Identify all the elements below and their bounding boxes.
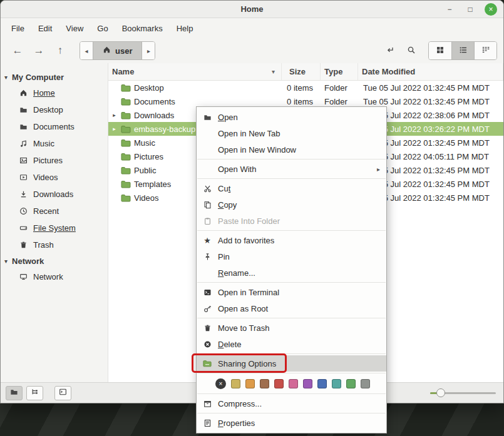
breadcrumb-user-button[interactable]: user bbox=[93, 42, 142, 59]
menu-item-label: Move to Trash bbox=[218, 323, 380, 333]
menu-item-add-to-favorites[interactable]: ★Add to favorites bbox=[197, 232, 386, 248]
sidebar-item-videos[interactable]: Videos bbox=[1, 169, 108, 186]
menu-item-open-as-root[interactable]: Open as Root bbox=[197, 300, 386, 317]
column-header-name[interactable]: Name ▾ bbox=[108, 63, 282, 80]
color-swatch-5[interactable] bbox=[303, 379, 312, 388]
location-entry-icon bbox=[386, 46, 394, 56]
clear-color-button[interactable]: × bbox=[215, 378, 226, 389]
menu-item-label: Rename... bbox=[218, 268, 380, 278]
color-swatch-6[interactable] bbox=[317, 379, 327, 388]
file-type-cell: Folder bbox=[321, 83, 358, 93]
menu-item-label: Properties bbox=[218, 418, 380, 428]
sidebar-section-network[interactable]: ▾Network bbox=[1, 253, 108, 268]
row-expander-icon[interactable]: ▸ bbox=[111, 112, 118, 118]
row-expander-icon[interactable]: ▸ bbox=[111, 126, 118, 132]
color-swatch-7[interactable] bbox=[332, 379, 341, 388]
menu-item-open-in-new-tab[interactable]: Open in New Tab bbox=[197, 125, 386, 141]
file-row-desktop[interactable]: Desktop0 itemsFolderTue 05 Jul 2022 01:3… bbox=[108, 81, 503, 94]
column-header-size[interactable]: Size bbox=[282, 63, 321, 80]
pin-icon bbox=[202, 253, 212, 261]
trash-icon bbox=[19, 241, 28, 249]
column-header-date-modified[interactable]: Date Modified bbox=[358, 63, 503, 80]
minimize-button[interactable]: − bbox=[443, 3, 456, 16]
menu-help[interactable]: Help bbox=[170, 21, 200, 36]
window-controls: − □ × bbox=[443, 1, 497, 18]
color-swatch-9[interactable] bbox=[361, 379, 370, 388]
forward-button[interactable]: → bbox=[28, 41, 49, 60]
menu-item-properties[interactable]: Properties bbox=[197, 415, 386, 431]
sidebar-item-home[interactable]: Home bbox=[1, 84, 108, 101]
zoom-slider-handle[interactable] bbox=[436, 388, 445, 397]
search-button[interactable] bbox=[401, 41, 422, 60]
color-swatch-1[interactable] bbox=[245, 379, 255, 388]
file-size-cell: 0 items bbox=[282, 97, 321, 106]
menu-item-label: Add to favorites bbox=[218, 236, 380, 245]
icon-view-button[interactable] bbox=[429, 42, 451, 59]
menu-item-copy[interactable]: Copy bbox=[197, 196, 386, 213]
show-places-button[interactable] bbox=[6, 386, 23, 400]
up-button[interactable]: ↑ bbox=[49, 41, 71, 60]
file-name-label: Desktop bbox=[134, 83, 164, 93]
sidebar-item-label: Downloads bbox=[33, 190, 73, 199]
color-swatch-2[interactable] bbox=[260, 379, 269, 388]
menu-item-open-with[interactable]: Open With▸ bbox=[197, 161, 386, 177]
sidebar-item-pictures[interactable]: Pictures bbox=[1, 152, 108, 169]
menu-go[interactable]: Go bbox=[90, 21, 115, 36]
menu-view[interactable]: View bbox=[59, 21, 90, 36]
sidebar: ▾My ComputerHomeDesktopDocumentsMusicPic… bbox=[1, 63, 108, 382]
sidebar-item-file-system[interactable]: File System bbox=[1, 220, 108, 236]
recent-icon bbox=[19, 207, 28, 215]
breadcrumb-prev-button[interactable]: ◂ bbox=[80, 42, 93, 59]
compress-icon bbox=[202, 400, 212, 408]
folder-icon bbox=[121, 111, 131, 119]
menu-item-open[interactable]: Open bbox=[197, 109, 386, 125]
sidebar-item-trash[interactable]: Trash bbox=[1, 236, 108, 253]
color-swatch-3[interactable] bbox=[274, 379, 284, 388]
sidebar-item-label: File System bbox=[33, 223, 76, 233]
menu-item-move-to-trash[interactable]: Move to Trash bbox=[197, 320, 386, 336]
show-treeview-button[interactable] bbox=[26, 386, 43, 400]
menu-item-sharing-options[interactable]: Sharing Options bbox=[197, 355, 386, 372]
zoom-slider[interactable] bbox=[430, 387, 496, 399]
menu-item-open-in-new-window[interactable]: Open in New Window bbox=[197, 141, 386, 158]
menu-item-cut[interactable]: Cut bbox=[197, 180, 386, 196]
sidebar-section-my-computer[interactable]: ▾My Computer bbox=[1, 69, 108, 84]
folder-icon bbox=[121, 139, 131, 147]
close-button[interactable]: × bbox=[485, 3, 497, 16]
menu-item-rename[interactable]: Rename... bbox=[197, 265, 386, 281]
list-view-button[interactable] bbox=[451, 42, 474, 59]
color-swatch-8[interactable] bbox=[346, 379, 356, 388]
view-switcher bbox=[428, 41, 497, 60]
menu-bookmarks[interactable]: Bookmarks bbox=[115, 21, 170, 36]
maximize-button[interactable]: □ bbox=[464, 3, 476, 16]
menu-item-compress[interactable]: Compress... bbox=[197, 395, 386, 412]
places-icon bbox=[10, 388, 18, 398]
menu-file[interactable]: File bbox=[4, 21, 31, 36]
color-swatch-0[interactable] bbox=[231, 379, 240, 388]
back-button[interactable]: ← bbox=[7, 41, 28, 60]
folder-icon bbox=[121, 153, 131, 161]
properties-icon bbox=[202, 419, 212, 427]
sidebar-item-downloads[interactable]: Downloads bbox=[1, 186, 108, 203]
breadcrumb-next-button[interactable]: ▸ bbox=[142, 42, 155, 59]
toggle-location-entry-button[interactable] bbox=[379, 41, 401, 60]
color-swatch-4[interactable] bbox=[289, 379, 298, 388]
sidebar-item-music[interactable]: Music bbox=[1, 135, 108, 152]
file-name-label: Pictures bbox=[134, 152, 163, 161]
file-name-label: Videos bbox=[134, 193, 159, 203]
menu-item-open-in-terminal[interactable]: Open in Terminal bbox=[197, 284, 386, 300]
sidebar-item-desktop[interactable]: Desktop bbox=[1, 101, 108, 118]
sidebar-item-network[interactable]: Network bbox=[1, 268, 108, 285]
sidebar-item-recent[interactable]: Recent bbox=[1, 203, 108, 220]
chevron-down-icon: ▾ bbox=[4, 258, 8, 265]
window-title: Home bbox=[240, 4, 263, 14]
list-view-icon bbox=[459, 46, 468, 56]
sidebar-item-documents[interactable]: Documents bbox=[1, 118, 108, 135]
column-header-type[interactable]: Type bbox=[321, 63, 358, 80]
menu-edit[interactable]: Edit bbox=[31, 21, 59, 36]
show-terminal-button[interactable] bbox=[54, 386, 71, 400]
menu-item-delete[interactable]: Delete bbox=[197, 336, 386, 352]
folder-icon bbox=[19, 123, 28, 131]
compact-view-button[interactable] bbox=[474, 42, 496, 59]
menu-item-pin[interactable]: Pin bbox=[197, 248, 386, 265]
